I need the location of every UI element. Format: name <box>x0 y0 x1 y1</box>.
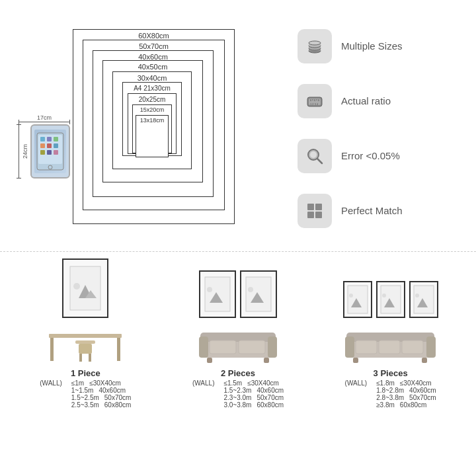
layout-2-pieces: 2 Pieces (WALL) ≤1.5m ≤30X40cm 1.5~2.3m … <box>169 270 307 409</box>
top-section: 17cm 24cm <box>0 0 476 251</box>
furniture-desk <box>42 321 128 366</box>
size-label-60x80: 60X80cm <box>73 32 234 40</box>
art-frame-3-mid <box>376 281 405 318</box>
svg-rect-7 <box>54 143 58 148</box>
range-row-2-2: 2.3~3.0m 50x70cm <box>223 394 284 401</box>
svg-rect-10 <box>54 150 58 155</box>
bottom-section: 1 Piece (WALL) ≤1m ≤30X40cm 1~1.5m 40x60… <box>0 252 476 476</box>
svg-point-18 <box>309 41 321 45</box>
size-label-50x70: 50x70cm <box>83 42 224 50</box>
svg-rect-76 <box>422 358 427 363</box>
svg-rect-33 <box>315 212 322 218</box>
range-row-3-1: 1.8~2.8m 40x60cm <box>376 387 436 394</box>
art-frame-single <box>62 258 108 318</box>
size-label-20x25: 20x25cm <box>128 96 176 103</box>
svg-rect-54 <box>268 337 277 358</box>
svg-rect-31 <box>315 204 322 210</box>
svg-rect-3 <box>47 137 52 141</box>
svg-rect-74 <box>402 340 423 354</box>
range-row-2-1: 1.5~2.3m 40x60cm <box>223 387 284 394</box>
svg-rect-39 <box>50 338 54 361</box>
svg-rect-70 <box>345 337 354 358</box>
art-frame-2-left <box>199 270 236 318</box>
svg-rect-53 <box>199 337 208 358</box>
svg-point-61 <box>349 294 353 298</box>
wall-label-2: (WALL) <box>192 379 215 409</box>
range-row-3-3: ≥3.8m 60x80cm <box>376 401 436 409</box>
svg-rect-62 <box>381 286 401 313</box>
ipad-device <box>30 124 70 178</box>
layout-1-piece: 1 Piece (WALL) ≤1m ≤30X40cm 1~1.5m 40x60… <box>16 258 155 409</box>
svg-rect-48 <box>246 277 271 311</box>
svg-rect-57 <box>207 358 212 363</box>
size-ranges-3: ≤1.8m ≤30X40cm 1.8~2.8m 40x60cm 2.8~3.8m… <box>376 379 436 409</box>
feature-multiple-sizes-label: Multiple Sizes <box>341 40 403 52</box>
wall-label-3: (WALL) <box>345 379 368 409</box>
svg-rect-32 <box>307 212 314 218</box>
size-label-a4: A4 21x30cm <box>123 85 181 92</box>
svg-rect-5 <box>40 143 45 148</box>
tape-icon: 1 2 3 4 <box>298 84 332 118</box>
feature-perfect-match-label: Perfect Match <box>341 205 403 216</box>
svg-rect-4 <box>54 137 58 141</box>
furniture-sofa3 <box>342 321 438 366</box>
range-row-1-2: 1.5~2.5m 50x70cm <box>71 394 132 401</box>
ipad-height-label: 24cm <box>22 144 28 159</box>
svg-point-67 <box>415 294 419 298</box>
range-row-1-3: 2.5~3.5m 60x80cm <box>71 401 132 409</box>
feature-error-label: Error <0.05% <box>341 150 400 161</box>
coins-icon <box>298 29 332 63</box>
svg-line-29 <box>317 159 322 163</box>
feature-actual-ratio-label: Actual ratio <box>341 95 391 106</box>
svg-point-50 <box>248 287 253 292</box>
layout-3-pieces-table: (WALL) ≤1.8m ≤30X40cm 1.8~2.8m 40x60cm 2… <box>345 379 436 409</box>
svg-rect-75 <box>353 358 358 363</box>
range-row-1-0: ≤1m ≤30X40cm <box>71 379 132 387</box>
svg-rect-38 <box>49 334 122 338</box>
grid-icon <box>298 194 332 228</box>
svg-text:1  2  3  4: 1 2 3 4 <box>310 102 319 106</box>
svg-rect-73 <box>379 340 400 354</box>
range-row-1-1: 1~1.5m 40x60cm <box>71 387 132 394</box>
feature-perfect-match: Perfect Match <box>298 194 463 228</box>
range-row-3-0: ≤1.8m ≤30X40cm <box>376 379 436 387</box>
frames-1-piece <box>62 258 108 318</box>
wall-label-1: (WALL) <box>40 379 62 409</box>
range-row-3-2: 2.8~3.8m 50x70cm <box>376 394 436 401</box>
svg-rect-30 <box>307 204 314 210</box>
svg-rect-2 <box>40 137 45 141</box>
size-ranges-1: ≤1m ≤30X40cm 1~1.5m 40x60cm 1.5~2.5m 50x… <box>71 379 132 409</box>
svg-rect-56 <box>239 340 265 354</box>
size-label-30x40: 30x40cm <box>113 74 191 82</box>
frames-3-pieces <box>343 281 438 318</box>
svg-rect-9 <box>47 150 52 155</box>
features-panel: Multiple Sizes 1 2 3 4 <box>284 12 469 245</box>
svg-rect-72 <box>356 340 377 354</box>
svg-rect-71 <box>426 337 436 358</box>
svg-point-28 <box>310 151 317 158</box>
layout-3-pieces: 3 Pieces (WALL) ≤1.8m ≤30X40cm 1.8~2.8m … <box>321 281 460 409</box>
art-frame-3-left <box>343 281 372 318</box>
range-row-2-3: 3.0~3.8m 60x80cm <box>223 401 284 409</box>
feature-error: Error <0.05% <box>298 139 463 173</box>
ipad-reference: 17cm 24cm <box>19 114 70 178</box>
size-diagram: 17cm 24cm <box>7 12 284 245</box>
svg-rect-8 <box>40 150 45 155</box>
layout-illustrations-row: 1 Piece (WALL) ≤1m ≤30X40cm 1~1.5m 40x60… <box>9 258 467 409</box>
layout-1-piece-label: 1 Piece <box>71 368 100 378</box>
frames-2-pieces <box>199 270 277 318</box>
art-frame-2-right <box>240 270 277 318</box>
size-boxes-container: 60X80cm 50x70cm 40x60cm 40x50cm 30x40cm … <box>73 17 241 229</box>
furniture-sofa2 <box>195 321 281 366</box>
feature-actual-ratio: 1 2 3 4 Actual ratio <box>298 84 463 118</box>
svg-rect-58 <box>264 358 269 363</box>
size-label-13x18: 13x18cm <box>136 117 168 124</box>
svg-rect-43 <box>79 354 82 362</box>
svg-rect-41 <box>75 340 95 344</box>
svg-point-64 <box>382 294 386 298</box>
ipad-width-label: 17cm <box>19 114 70 121</box>
svg-rect-44 <box>89 354 91 362</box>
art-frame-3-right <box>409 281 438 318</box>
magnifier-icon <box>298 139 332 173</box>
size-label-15x20: 15x20cm <box>133 106 171 113</box>
